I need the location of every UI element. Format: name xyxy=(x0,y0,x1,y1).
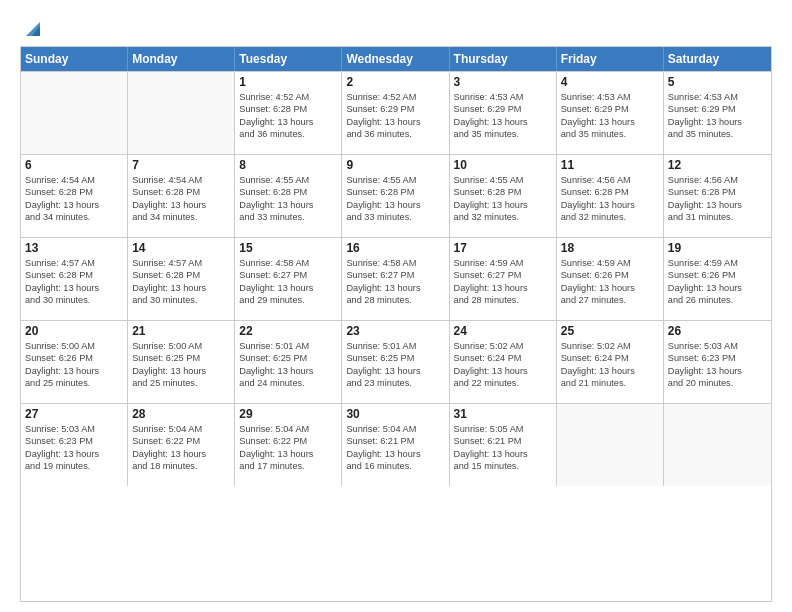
day-number: 3 xyxy=(454,75,552,89)
cell-info-line: and 22 minutes. xyxy=(454,377,552,389)
cell-info-line: Sunset: 6:27 PM xyxy=(346,269,444,281)
cell-info-line: and 28 minutes. xyxy=(346,294,444,306)
weekday-header: Monday xyxy=(128,47,235,71)
cell-info-line: Daylight: 13 hours xyxy=(25,282,123,294)
cell-info-line: and 27 minutes. xyxy=(561,294,659,306)
cell-info-line: Sunrise: 5:05 AM xyxy=(454,423,552,435)
weekday-header: Tuesday xyxy=(235,47,342,71)
cell-info-line: Sunrise: 4:54 AM xyxy=(25,174,123,186)
cell-info-line: Sunset: 6:28 PM xyxy=(132,186,230,198)
cell-info-line: and 23 minutes. xyxy=(346,377,444,389)
calendar-cell: 28Sunrise: 5:04 AMSunset: 6:22 PMDayligh… xyxy=(128,404,235,486)
cell-info-line: Daylight: 13 hours xyxy=(561,365,659,377)
page: SundayMondayTuesdayWednesdayThursdayFrid… xyxy=(0,0,792,612)
day-number: 25 xyxy=(561,324,659,338)
cell-info-line: Sunrise: 5:01 AM xyxy=(346,340,444,352)
cell-info-line: and 33 minutes. xyxy=(346,211,444,223)
weekday-header: Thursday xyxy=(450,47,557,71)
calendar: SundayMondayTuesdayWednesdayThursdayFrid… xyxy=(20,46,772,602)
day-number: 21 xyxy=(132,324,230,338)
cell-info-line: Daylight: 13 hours xyxy=(561,116,659,128)
cell-info-line: Daylight: 13 hours xyxy=(132,199,230,211)
cell-info-line: Sunrise: 4:53 AM xyxy=(668,91,767,103)
calendar-cell: 21Sunrise: 5:00 AMSunset: 6:25 PMDayligh… xyxy=(128,321,235,403)
day-number: 27 xyxy=(25,407,123,421)
day-number: 19 xyxy=(668,241,767,255)
calendar-body: 1Sunrise: 4:52 AMSunset: 6:28 PMDaylight… xyxy=(21,71,771,486)
day-number: 15 xyxy=(239,241,337,255)
cell-info-line: Daylight: 13 hours xyxy=(561,282,659,294)
cell-info-line: Sunset: 6:27 PM xyxy=(454,269,552,281)
day-number: 5 xyxy=(668,75,767,89)
calendar-row: 20Sunrise: 5:00 AMSunset: 6:26 PMDayligh… xyxy=(21,320,771,403)
cell-info-line: Daylight: 13 hours xyxy=(239,448,337,460)
cell-info-line: Sunrise: 5:00 AM xyxy=(132,340,230,352)
cell-info-line: and 29 minutes. xyxy=(239,294,337,306)
cell-info-line: and 21 minutes. xyxy=(561,377,659,389)
cell-info-line: Sunrise: 5:02 AM xyxy=(454,340,552,352)
cell-info-line: Sunset: 6:28 PM xyxy=(239,186,337,198)
cell-info-line: Sunrise: 5:04 AM xyxy=(346,423,444,435)
calendar-cell: 14Sunrise: 4:57 AMSunset: 6:28 PMDayligh… xyxy=(128,238,235,320)
cell-info-line: Sunset: 6:26 PM xyxy=(25,352,123,364)
cell-info-line: Sunrise: 4:56 AM xyxy=(561,174,659,186)
cell-info-line: Sunset: 6:28 PM xyxy=(239,103,337,115)
cell-info-line: Sunrise: 4:59 AM xyxy=(561,257,659,269)
cell-info-line: Sunset: 6:21 PM xyxy=(454,435,552,447)
calendar-cell xyxy=(557,404,664,486)
day-number: 29 xyxy=(239,407,337,421)
cell-info-line: and 34 minutes. xyxy=(25,211,123,223)
day-number: 6 xyxy=(25,158,123,172)
cell-info-line: Sunrise: 5:00 AM xyxy=(25,340,123,352)
day-number: 1 xyxy=(239,75,337,89)
calendar-cell: 5Sunrise: 4:53 AMSunset: 6:29 PMDaylight… xyxy=(664,72,771,154)
cell-info-line: Sunrise: 5:01 AM xyxy=(239,340,337,352)
calendar-header: SundayMondayTuesdayWednesdayThursdayFrid… xyxy=(21,47,771,71)
cell-info-line: Sunrise: 4:52 AM xyxy=(239,91,337,103)
calendar-row: 27Sunrise: 5:03 AMSunset: 6:23 PMDayligh… xyxy=(21,403,771,486)
cell-info-line: and 15 minutes. xyxy=(454,460,552,472)
cell-info-line: and 31 minutes. xyxy=(668,211,767,223)
cell-info-line: Sunrise: 5:02 AM xyxy=(561,340,659,352)
cell-info-line: Sunset: 6:24 PM xyxy=(561,352,659,364)
cell-info-line: Sunset: 6:25 PM xyxy=(239,352,337,364)
cell-info-line: Daylight: 13 hours xyxy=(454,448,552,460)
cell-info-line: Daylight: 13 hours xyxy=(132,365,230,377)
calendar-cell: 11Sunrise: 4:56 AMSunset: 6:28 PMDayligh… xyxy=(557,155,664,237)
calendar-cell: 13Sunrise: 4:57 AMSunset: 6:28 PMDayligh… xyxy=(21,238,128,320)
calendar-cell: 4Sunrise: 4:53 AMSunset: 6:29 PMDaylight… xyxy=(557,72,664,154)
cell-info-line: and 24 minutes. xyxy=(239,377,337,389)
cell-info-line: Daylight: 13 hours xyxy=(668,365,767,377)
calendar-cell: 1Sunrise: 4:52 AMSunset: 6:28 PMDaylight… xyxy=(235,72,342,154)
calendar-cell: 20Sunrise: 5:00 AMSunset: 6:26 PMDayligh… xyxy=(21,321,128,403)
calendar-cell: 22Sunrise: 5:01 AMSunset: 6:25 PMDayligh… xyxy=(235,321,342,403)
cell-info-line: and 17 minutes. xyxy=(239,460,337,472)
cell-info-line: Sunrise: 4:59 AM xyxy=(668,257,767,269)
calendar-cell: 16Sunrise: 4:58 AMSunset: 6:27 PMDayligh… xyxy=(342,238,449,320)
cell-info-line: Sunrise: 4:55 AM xyxy=(239,174,337,186)
day-number: 12 xyxy=(668,158,767,172)
calendar-cell xyxy=(664,404,771,486)
cell-info-line: and 28 minutes. xyxy=(454,294,552,306)
cell-info-line: and 36 minutes. xyxy=(239,128,337,140)
day-number: 16 xyxy=(346,241,444,255)
cell-info-line: Daylight: 13 hours xyxy=(346,282,444,294)
cell-info-line: Daylight: 13 hours xyxy=(454,282,552,294)
weekday-header: Sunday xyxy=(21,47,128,71)
cell-info-line: Sunset: 6:22 PM xyxy=(239,435,337,447)
cell-info-line: Sunset: 6:29 PM xyxy=(346,103,444,115)
calendar-cell: 8Sunrise: 4:55 AMSunset: 6:28 PMDaylight… xyxy=(235,155,342,237)
cell-info-line: Daylight: 13 hours xyxy=(132,448,230,460)
calendar-cell: 23Sunrise: 5:01 AMSunset: 6:25 PMDayligh… xyxy=(342,321,449,403)
cell-info-line: and 30 minutes. xyxy=(132,294,230,306)
cell-info-line: and 32 minutes. xyxy=(454,211,552,223)
cell-info-line: Daylight: 13 hours xyxy=(346,448,444,460)
logo xyxy=(20,18,44,36)
logo-arrow-icon xyxy=(22,18,44,40)
calendar-row: 6Sunrise: 4:54 AMSunset: 6:28 PMDaylight… xyxy=(21,154,771,237)
day-number: 26 xyxy=(668,324,767,338)
calendar-cell: 10Sunrise: 4:55 AMSunset: 6:28 PMDayligh… xyxy=(450,155,557,237)
cell-info-line: Daylight: 13 hours xyxy=(668,116,767,128)
cell-info-line: Sunset: 6:21 PM xyxy=(346,435,444,447)
cell-info-line: Sunrise: 5:03 AM xyxy=(25,423,123,435)
